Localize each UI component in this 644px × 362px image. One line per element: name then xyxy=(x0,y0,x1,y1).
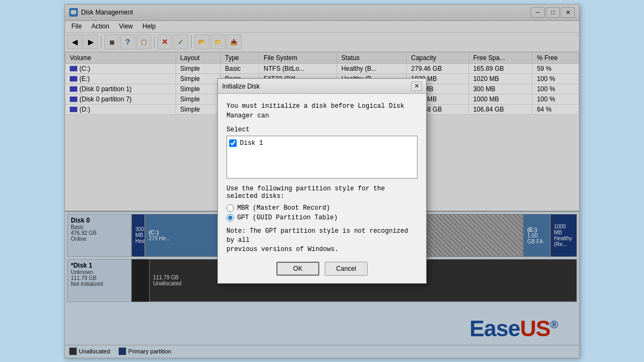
main-window: Disk Management ─ □ ✕ File Action View H… xyxy=(64,4,580,358)
dialog-title: Initialize Disk xyxy=(222,83,260,90)
dialog-buttons: OK Cancel xyxy=(226,262,418,276)
dialog-body: You must initialize a disk before Logica… xyxy=(218,94,426,283)
mbr-option: MBR (Master Boot Record) xyxy=(226,204,418,212)
partition-style-label: Use the following partition style for th… xyxy=(226,185,418,200)
partition-style-group: MBR (Master Boot Record) GPT (GUID Parti… xyxy=(226,204,418,221)
disk-list-item-1: Disk 1 xyxy=(229,138,415,148)
ok-button[interactable]: OK xyxy=(276,262,319,276)
dialog-overlay: Initialize Disk ✕ You must initialize a … xyxy=(65,5,579,358)
disk-1-list-label: Disk 1 xyxy=(240,139,263,147)
initialize-disk-dialog: Initialize Disk ✕ You must initialize a … xyxy=(217,78,427,283)
dialog-close-button[interactable]: ✕ xyxy=(411,82,422,91)
gpt-label: GPT (GUID Partition Table) xyxy=(237,214,338,221)
gpt-option: GPT (GUID Partition Table) xyxy=(226,214,418,221)
disk-1-checkbox[interactable] xyxy=(229,139,237,147)
dialog-select-label: Select xyxy=(226,126,418,134)
dialog-description: You must initialize a disk before Logica… xyxy=(226,101,418,121)
cancel-button[interactable]: Cancel xyxy=(325,262,368,276)
dialog-note: Note: The GPT partition style is not rec… xyxy=(226,227,418,254)
mbr-label: MBR (Master Boot Record) xyxy=(237,204,330,212)
dialog-title-bar: Initialize Disk ✕ xyxy=(218,79,426,94)
mbr-radio[interactable] xyxy=(226,204,234,212)
gpt-radio[interactable] xyxy=(226,214,234,221)
disk-list: Disk 1 xyxy=(226,136,418,179)
